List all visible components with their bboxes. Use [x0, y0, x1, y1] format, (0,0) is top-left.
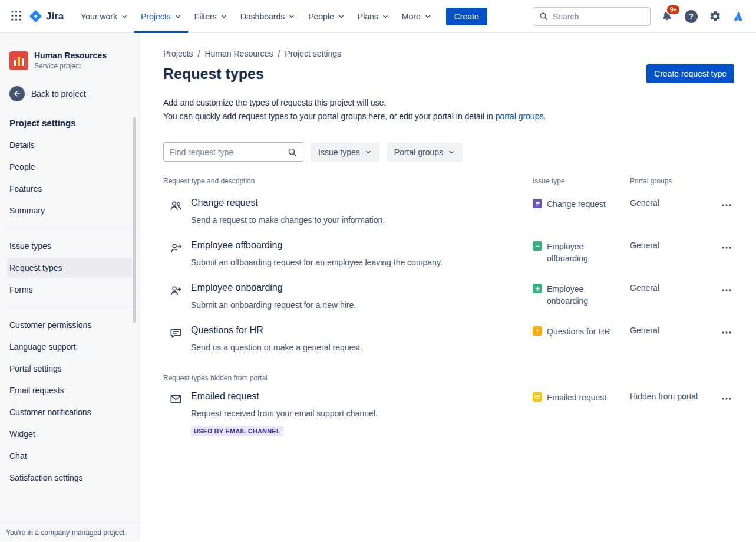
ellipsis-icon: [721, 199, 732, 211]
sidebar-item-details[interactable]: Details: [7, 135, 132, 155]
svg-text:?: ?: [536, 329, 539, 334]
portal-groups-dropdown[interactable]: Portal groups: [387, 143, 463, 162]
sidebar-item-language-support[interactable]: Language support: [7, 337, 132, 357]
project-header: Human Resources Service project: [7, 51, 132, 70]
ellipsis-icon: [721, 327, 732, 339]
breadcrumb-human-resources[interactable]: Human Resources: [204, 49, 273, 58]
back-to-project-button[interactable]: Back to project: [7, 86, 132, 101]
portal-group-label: General: [630, 283, 712, 310]
sidebar-item-widget[interactable]: Widget: [7, 424, 132, 444]
sidebar-item-summary[interactable]: Summary: [7, 201, 132, 221]
request-type-description: Send a request to make changes to your i…: [191, 215, 385, 225]
sidebar-menu: Details People Features Summary Issue ty…: [7, 135, 132, 488]
project-avatar: [9, 51, 28, 70]
sidebar-item-people[interactable]: People: [7, 157, 132, 177]
find-request-type-input[interactable]: [170, 147, 288, 157]
sidebar-scrollbar[interactable]: [133, 117, 136, 323]
nav-item-your-work[interactable]: Your work: [74, 0, 134, 33]
issue-type-label: Employee onboarding: [547, 283, 612, 307]
nav-item-more[interactable]: More: [395, 0, 438, 33]
table-row: Change request Send a request to make ch…: [163, 190, 734, 232]
top-navigation: Jira Your work Projects Filters Dashboar…: [0, 0, 756, 33]
chevron-down-icon: [338, 13, 345, 20]
row-actions-button[interactable]: [719, 325, 734, 340]
grid-icon: [11, 10, 22, 23]
filter-bar: Issue types Portal groups: [163, 142, 734, 162]
person-add-icon: [169, 283, 183, 310]
sidebar-divider: [7, 307, 132, 308]
request-types-table: Request type and description Issue type …: [163, 177, 734, 444]
row-actions-button[interactable]: [719, 198, 734, 213]
chevron-down-icon: [174, 13, 181, 20]
app-switcher-button[interactable]: [6, 6, 26, 27]
issue-type-label: Change request: [547, 198, 606, 210]
person-leave-icon: [169, 240, 183, 267]
jira-logo[interactable]: Jira: [26, 10, 74, 22]
chevron-down-icon: [382, 13, 389, 20]
chevron-down-icon: [288, 13, 295, 20]
global-search[interactable]: [533, 7, 651, 26]
issue-types-dropdown[interactable]: Issue types: [311, 143, 379, 162]
find-request-type-field[interactable]: [163, 142, 303, 162]
sidebar-divider: [7, 228, 132, 229]
request-type-link[interactable]: Questions for HR: [191, 325, 263, 335]
breadcrumb-project-settings[interactable]: Project settings: [285, 49, 341, 58]
portal-group-label: General: [630, 240, 712, 267]
nav-item-dashboards[interactable]: Dashboards: [234, 0, 302, 33]
col-request-type: Request type and description: [163, 177, 533, 185]
request-type-link[interactable]: Employee onboarding: [191, 283, 283, 293]
sidebar-item-portal-settings[interactable]: Portal settings: [7, 359, 132, 379]
sidebar-item-email-requests[interactable]: Email requests: [7, 380, 132, 400]
sidebar-item-request-types[interactable]: Request types: [7, 258, 132, 278]
nav-item-projects[interactable]: Projects: [134, 0, 188, 33]
people-icon: [169, 198, 183, 225]
main-content: Projects / Human Resources / Project set…: [140, 33, 756, 541]
nav-item-filters[interactable]: Filters: [188, 0, 234, 33]
row-actions-button[interactable]: [719, 240, 734, 255]
table-row: Employee offboarding Submit an offboardi…: [163, 232, 734, 275]
description-line-1: Add and customize the types of requests …: [163, 96, 734, 110]
project-name: Human Resources: [34, 51, 107, 60]
notifications-button[interactable]: 9+: [659, 9, 675, 24]
chevron-down-icon: [448, 149, 455, 156]
global-search-input[interactable]: [553, 12, 644, 21]
breadcrumb-separator: /: [278, 49, 280, 58]
chevron-down-icon: [220, 13, 227, 20]
page-title: Request types: [163, 65, 264, 83]
description-line-2: You can quickly add request types to you…: [163, 110, 734, 123]
row-actions-button[interactable]: [719, 391, 734, 406]
onboarding-issue-icon: [533, 284, 542, 293]
create-request-type-button[interactable]: Create request type: [646, 64, 734, 83]
search-icon: [539, 12, 548, 21]
nav-item-plans[interactable]: Plans: [351, 0, 395, 33]
request-type-link[interactable]: Employee offboarding: [191, 240, 282, 250]
sidebar-item-features[interactable]: Features: [7, 179, 132, 199]
sidebar-item-forms[interactable]: Forms: [7, 280, 132, 300]
nav-item-people[interactable]: People: [302, 0, 351, 33]
ellipsis-icon: [721, 393, 732, 405]
question-issue-icon: ?: [533, 326, 542, 336]
portal-groups-link[interactable]: portal groups: [496, 111, 544, 121]
sidebar-item-customer-notifications[interactable]: Customer notifications: [7, 402, 132, 422]
breadcrumb-projects[interactable]: Projects: [163, 49, 193, 58]
request-type-link[interactable]: Emailed request: [191, 391, 259, 401]
sidebar-section-heading: Project settings: [7, 118, 132, 128]
request-type-link[interactable]: Change request: [191, 198, 258, 208]
sidebar-item-satisfaction-settings[interactable]: Satisfaction settings: [7, 468, 132, 488]
settings-button[interactable]: [708, 9, 722, 24]
row-actions-button[interactable]: [719, 283, 734, 298]
portal-group-label: General: [630, 325, 712, 352]
help-button[interactable]: ?: [684, 9, 699, 24]
offboarding-issue-icon: [533, 241, 542, 251]
back-arrow-icon: [9, 86, 25, 101]
table-header: Request type and description Issue type …: [163, 177, 734, 190]
breadcrumb-separator: /: [198, 49, 200, 58]
sidebar-item-issue-types[interactable]: Issue types: [7, 236, 132, 256]
sidebar-item-chat[interactable]: Chat: [7, 446, 132, 466]
atlassian-button[interactable]: [731, 9, 747, 24]
create-button[interactable]: Create: [446, 8, 487, 25]
jira-logo-text: Jira: [46, 11, 64, 22]
change-request-issue-icon: [533, 199, 542, 208]
sidebar-item-customer-permissions[interactable]: Customer permissions: [7, 315, 132, 335]
help-icon: ?: [685, 10, 698, 23]
